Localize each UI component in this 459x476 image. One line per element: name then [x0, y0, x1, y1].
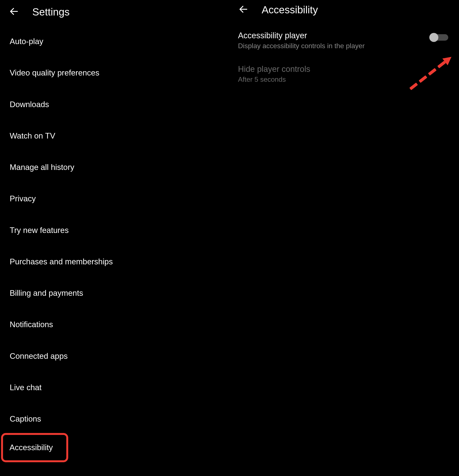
settings-item-auto-play[interactable]: Auto-play: [0, 26, 229, 57]
list-label: Notifications: [10, 320, 53, 329]
settings-item-manage-history[interactable]: Manage all history: [0, 152, 229, 183]
list-label: Auto-play: [10, 37, 43, 46]
settings-list: Auto-play Video quality preferences Down…: [0, 26, 229, 462]
settings-item-captions[interactable]: Captions: [0, 403, 229, 435]
arrow-left-icon: [9, 6, 19, 17]
list-label: Privacy: [10, 194, 36, 203]
list-label: Billing and payments: [10, 289, 83, 298]
accessibility-player-row[interactable]: Accessibility player Display accessibili…: [229, 24, 459, 57]
accessibility-player-toggle[interactable]: [429, 33, 448, 42]
hide-player-controls-row: Hide player controls After 5 seconds: [229, 57, 459, 91]
accessibility-header: Accessibility: [229, 0, 459, 24]
settings-item-notifications[interactable]: Notifications: [0, 309, 229, 340]
settings-header: Settings: [0, 0, 229, 26]
back-button-accessibility[interactable]: [236, 2, 251, 17]
list-label: Live chat: [10, 383, 42, 392]
settings-item-watch-on-tv[interactable]: Watch on TV: [0, 120, 229, 152]
list-label: Purchases and memberships: [10, 257, 113, 266]
setting-text: Hide player controls After 5 seconds: [238, 65, 310, 84]
list-label: Connected apps: [10, 352, 68, 360]
setting-title: Hide player controls: [238, 65, 310, 74]
list-label: Try new features: [10, 226, 69, 235]
toggle-knob: [429, 33, 438, 42]
list-label: Watch on TV: [10, 131, 55, 140]
setting-text: Accessibility player Display accessibili…: [238, 31, 365, 50]
accessibility-pane: Accessibility Accessibility player Displ…: [229, 0, 459, 476]
settings-item-billing[interactable]: Billing and payments: [0, 278, 229, 309]
settings-pane: Settings Auto-play Video quality prefere…: [0, 0, 229, 476]
settings-item-connected-apps[interactable]: Connected apps: [0, 340, 229, 372]
settings-item-downloads[interactable]: Downloads: [0, 89, 229, 120]
settings-item-live-chat[interactable]: Live chat: [0, 372, 229, 403]
setting-title: Accessibility player: [238, 31, 365, 40]
list-label: Downloads: [10, 100, 49, 109]
setting-subtitle: After 5 seconds: [238, 76, 310, 84]
back-button-settings[interactable]: [7, 4, 22, 19]
settings-item-privacy[interactable]: Privacy: [0, 183, 229, 214]
settings-item-purchases[interactable]: Purchases and memberships: [0, 246, 229, 278]
settings-item-try-new-features[interactable]: Try new features: [0, 215, 229, 246]
list-label: Manage all history: [10, 163, 74, 172]
arrow-left-icon: [238, 4, 249, 15]
settings-title: Settings: [32, 6, 69, 18]
list-label: Accessibility: [9, 443, 53, 452]
settings-item-video-quality[interactable]: Video quality preferences: [0, 57, 229, 89]
list-label: Video quality preferences: [10, 68, 99, 77]
list-label: Captions: [10, 415, 41, 423]
setting-subtitle: Display accessibility controls in the pl…: [238, 42, 365, 50]
accessibility-title: Accessibility: [262, 4, 318, 16]
settings-item-accessibility-highlight[interactable]: Accessibility: [1, 433, 68, 462]
